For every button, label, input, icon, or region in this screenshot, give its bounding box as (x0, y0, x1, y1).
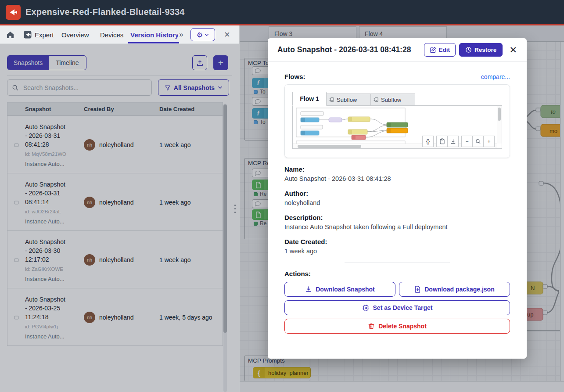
restore-button[interactable]: Restore (459, 43, 503, 57)
set-device-target-button[interactable]: Set as Device Target (284, 300, 510, 315)
edit-icon (430, 47, 436, 53)
prompt-node[interactable]: { holiday_planner (253, 367, 311, 378)
modal-close-icon[interactable]: ✕ (509, 45, 517, 55)
drawer-resize-handle[interactable] (234, 205, 236, 213)
date-created-value: 1 week ago (284, 248, 510, 255)
snapshot-meta: Instance Auto... (25, 276, 80, 282)
speech-bubble-icon (255, 99, 261, 104)
flowfuse-logo[interactable] (6, 5, 21, 20)
tab-expert[interactable]: Expert (24, 25, 54, 44)
status-text: To (260, 89, 266, 95)
restore-label: Restore (474, 47, 496, 53)
clock-icon (465, 47, 472, 53)
status-text: Re (260, 220, 266, 227)
preview-tab-label: Subflow (381, 97, 401, 103)
col-date-created: Date Created (159, 106, 223, 112)
status-dot-blue (254, 120, 258, 124)
copy-button[interactable] (436, 136, 448, 147)
zoom-reset-button[interactable] (472, 136, 484, 147)
drawer-body: Snapshots Timeline + All Snapshots Sna (0, 44, 239, 392)
upload-icon (196, 59, 204, 67)
add-snapshot-button[interactable]: + (213, 55, 228, 70)
table-row[interactable]: Auto Snapshot - 2026-03-31 08:41:28id: M… (7, 116, 223, 173)
name-value: Auto Snapshot - 2026-03-31 08:41:28 (284, 175, 510, 182)
zoom-out-button[interactable]: − (461, 136, 473, 147)
preview-tab-subflow-1[interactable]: Subflow (327, 94, 371, 106)
preview-tab-subflow-2[interactable]: Subflow (371, 94, 415, 106)
delete-snapshot-button[interactable]: Delete Snapshot (284, 319, 510, 334)
search-input[interactable] (22, 84, 147, 92)
download-flow-button[interactable] (447, 136, 459, 147)
snapshot-type-icon (7, 122, 25, 167)
toggle-snapshots[interactable]: Snapshots (7, 56, 49, 70)
drawer-close-icon[interactable]: × (224, 29, 230, 40)
expert-logo-icon (24, 31, 32, 39)
tab-devices[interactable]: Devices (100, 25, 123, 44)
preview-canvas[interactable]: {} − + (292, 105, 502, 149)
app-header: Expensive-Red-Flanked-Bluetail-9334 (0, 0, 564, 24)
table-row[interactable]: Auto Snapshot - 2026-03-31 08:41:14id: w… (7, 173, 223, 231)
funnel-icon (165, 85, 171, 91)
snapshot-id: id: ZaGlKrXOWE (25, 266, 71, 273)
status-text: Re (260, 191, 266, 197)
toggle-timeline[interactable]: Timeline (49, 56, 86, 70)
orange-node-label: mo (550, 128, 557, 134)
table-row[interactable]: Auto Snapshot - 2026-03-25 11:24:18id: P… (7, 288, 223, 346)
date-created: 1 week ago (159, 141, 223, 148)
col-snapshot: Snapshot (25, 106, 84, 112)
scrollbar-thumb[interactable] (498, 108, 501, 121)
download-package-button[interactable]: Download package.json (399, 282, 510, 297)
tab-overview[interactable]: Overview (61, 25, 89, 44)
compare-link[interactable]: compare... (481, 73, 510, 80)
date-created: 1 week ago (159, 199, 223, 206)
table-scrollbar[interactable] (223, 104, 227, 392)
preview-tab-label: Subflow (337, 97, 357, 103)
speech-bubble-icon (255, 170, 261, 176)
view-json-button[interactable]: {} (422, 136, 434, 147)
date-created-label: Date Created: (284, 238, 510, 245)
edit-button[interactable]: Edit (424, 43, 456, 57)
description-label: Description: (284, 214, 510, 221)
home-tab[interactable] (6, 25, 14, 44)
snapshot-filter-dropdown[interactable]: All Snapshots (158, 79, 229, 96)
flow-preview-card: Flow 1 Subflow Subflow (284, 84, 510, 158)
home-icon (6, 31, 14, 39)
file-icon (252, 210, 264, 219)
table-row[interactable]: Auto Snapshot - 2026-03-30 12:17:02id: Z… (7, 231, 223, 288)
green-node-label: to (551, 108, 556, 115)
snapshot-type-icon (7, 180, 25, 225)
snapshot-title: Auto Snapshot - 2026-03-25 11:24:18 (25, 295, 67, 321)
flow-wires-fragment: to mo N up (524, 42, 564, 356)
set-device-target-label: Set as Device Target (373, 304, 433, 311)
preview-tab-flow1[interactable]: Flow 1 (292, 92, 327, 106)
tab-version-history[interactable]: Version History (130, 25, 178, 44)
flowfuse-logo-icon (8, 7, 18, 18)
avatar: nh (84, 139, 95, 151)
snapshot-meta: Instance Auto... (25, 161, 80, 167)
upload-snapshot-button[interactable] (192, 55, 207, 70)
scrollbar-thumb[interactable] (298, 145, 361, 148)
editor-scrollbar[interactable] (560, 42, 564, 381)
instance-title: Expensive-Red-Flanked-Bluetail-9334 (25, 7, 185, 17)
download-icon (450, 139, 456, 144)
preview-vscrollbar[interactable] (497, 106, 502, 144)
modal-header: Auto Snapshot - 2026-03-31 08:41:28 Edit… (268, 38, 527, 62)
chevron-down-icon (218, 86, 223, 89)
trash-icon (368, 323, 375, 330)
node-status: Re (254, 220, 266, 227)
function-icon: f (252, 108, 264, 118)
snapshot-search[interactable] (7, 79, 152, 96)
user-name: noleyholland (99, 256, 134, 263)
zoom-in-button[interactable]: + (483, 136, 495, 147)
node-status: To (254, 119, 266, 125)
download-package-label: Download package.json (424, 286, 494, 293)
tab-overflow-chevrons[interactable]: » (179, 25, 183, 44)
node-status: Re (254, 191, 266, 197)
settings-dropdown-button[interactable]: ⚙ (190, 28, 215, 41)
download-snapshot-button[interactable]: Download Snapshot (284, 282, 395, 297)
double-chevron-icon: » (179, 30, 183, 39)
gear-icon: ⚙ (197, 31, 203, 39)
scrollbar-thumb[interactable] (223, 104, 227, 333)
magnifier-icon (475, 139, 481, 144)
tab-overview-label: Overview (61, 31, 89, 39)
